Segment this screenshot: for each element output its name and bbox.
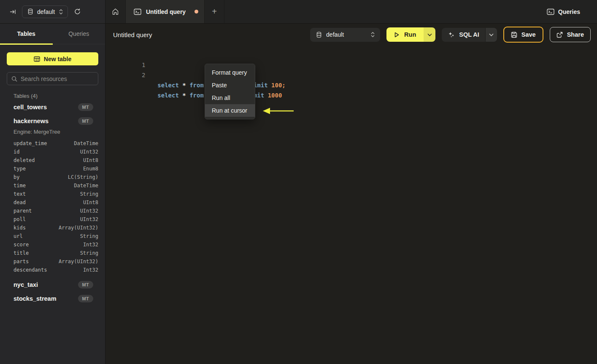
sql-number: 1000 — [268, 92, 282, 99]
column-type: Array(UInt32) — [59, 259, 98, 264]
column-row: update_timeDateTime — [14, 139, 98, 148]
query-header: Untitled query default — [106, 24, 597, 46]
sidebar-tab-queries[interactable]: Queries — [53, 24, 105, 44]
sidebar-tab-tables-label: Tables — [17, 30, 35, 37]
sql-editor[interactable]: 1 select * from cell_towers limit 100; 2… — [106, 47, 597, 364]
new-table-button[interactable]: New table — [7, 52, 98, 65]
query-database-selector[interactable]: default — [310, 28, 380, 42]
column-name: deleted — [14, 157, 35, 163]
context-menu-item-run-at-cursor[interactable]: Run at cursor — [205, 104, 255, 117]
column-row: scoreInt32 — [14, 240, 98, 249]
query-toolbar: default Run — [310, 27, 591, 43]
column-type: Array(UInt32) — [59, 225, 98, 231]
table-row-nyc-taxi[interactable]: nyc_taxi MT — [0, 280, 105, 290]
sql-ai-split-button: SQL AI — [442, 28, 497, 42]
column-type: UInt32 — [80, 216, 98, 222]
sql-ai-options-button[interactable] — [485, 28, 497, 42]
column-row: pollUInt32 — [14, 215, 98, 224]
column-name: type — [14, 166, 26, 172]
search-input[interactable] — [21, 75, 97, 82]
column-type: Int32 — [83, 242, 98, 248]
column-type: DateTime — [74, 183, 98, 189]
column-name: parts — [14, 259, 29, 264]
column-row: descendantsInt32 — [14, 266, 98, 274]
column-row: byLC(String) — [14, 173, 98, 181]
run-button[interactable]: Run — [386, 27, 424, 42]
column-name: text — [14, 191, 26, 197]
updown-chevron-icon — [59, 9, 63, 15]
tab-untitled-query[interactable]: Untitled query — [126, 0, 205, 23]
column-name: id — [14, 149, 19, 155]
context-menu-item-format-query[interactable]: Format query — [205, 66, 255, 79]
column-row: deadUInt8 — [14, 198, 98, 207]
share-button[interactable]: Share — [550, 27, 591, 42]
column-type: UInt32 — [80, 149, 98, 155]
column-row: textString — [14, 190, 98, 198]
queries-button-label: Queries — [558, 8, 580, 15]
table-row-stocks-stream[interactable]: stocks_stream MT — [0, 294, 105, 304]
column-name: title — [14, 250, 29, 256]
table-name: nyc_taxi — [14, 281, 78, 288]
play-icon — [394, 32, 400, 38]
topbar-left: default — [0, 0, 105, 23]
context-menu-item-paste[interactable]: Paste — [205, 79, 255, 92]
table-row-hackernews[interactable]: hackernews MT — [0, 116, 105, 126]
column-type: Int32 — [83, 267, 98, 273]
queries-button[interactable]: Queries — [547, 8, 580, 15]
column-type: String — [80, 250, 98, 256]
table-name: cell_towers — [14, 104, 78, 111]
run-options-button[interactable] — [424, 27, 435, 42]
sql-operator: * — [182, 92, 189, 99]
tab-label: Untitled query — [146, 8, 190, 15]
column-name: descendants — [14, 267, 47, 273]
topbar-database-selector[interactable]: default — [22, 5, 68, 18]
new-table-label: New table — [44, 56, 71, 62]
terminal-icon — [547, 8, 554, 15]
query-database-value: default — [326, 31, 366, 38]
terminal-icon — [134, 8, 141, 15]
column-row: titleString — [14, 249, 98, 257]
engine-badge: MT — [78, 103, 93, 111]
column-row: typeEnum8 — [14, 164, 98, 173]
context-menu-item-run-all[interactable]: Run all — [205, 92, 255, 104]
new-tab-button[interactable]: + — [205, 0, 224, 23]
table-row-cell-towers[interactable]: cell_towers MT — [0, 102, 105, 112]
column-row: kidsArray(UInt32) — [14, 224, 98, 232]
refresh-button[interactable] — [74, 8, 81, 15]
top-bar: default Untitled query — [0, 0, 597, 24]
column-type: UInt8 — [83, 200, 98, 205]
save-icon — [511, 32, 517, 38]
table-name: hackernews — [14, 118, 78, 124]
home-icon — [112, 8, 119, 15]
app-window: default Untitled query — [0, 0, 597, 364]
column-name: update_time — [14, 140, 47, 146]
column-row: partsArray(UInt32) — [14, 257, 98, 266]
table-name: stocks_stream — [14, 295, 78, 302]
search-box — [7, 72, 98, 85]
sidebar-tab-queries-label: Queries — [68, 30, 89, 37]
plus-icon: + — [212, 7, 217, 16]
tab-strip: Untitled query + — [105, 0, 547, 23]
chevron-down-icon — [427, 33, 432, 36]
database-icon — [316, 32, 322, 38]
updown-chevron-icon — [370, 32, 375, 38]
collapse-sidebar-button[interactable] — [9, 8, 16, 15]
sql-keyword: select — [157, 92, 182, 99]
column-name: dead — [14, 200, 26, 205]
column-row: idUInt32 — [14, 148, 98, 156]
column-type: UInt32 — [80, 208, 98, 214]
sql-ai-button[interactable]: SQL AI — [442, 28, 485, 42]
sidebar-tab-tables[interactable]: Tables — [0, 24, 53, 44]
home-button[interactable] — [105, 0, 126, 23]
main-area: Untitled query default — [106, 24, 597, 364]
sidebar-tabs: Tables Queries — [0, 24, 105, 44]
tables-section-label: Tables (4) — [14, 93, 38, 99]
column-name: time — [14, 183, 26, 189]
query-title: Untitled query — [113, 31, 310, 38]
engine-badge: MT — [78, 117, 93, 125]
share-button-label: Share — [567, 31, 584, 38]
column-row: timeDateTime — [14, 181, 98, 190]
code-line-1: 1 select * from cell_towers limit 100; — [106, 50, 134, 60]
save-button[interactable]: Save — [503, 27, 543, 43]
topbar-database-value: default — [37, 8, 55, 15]
